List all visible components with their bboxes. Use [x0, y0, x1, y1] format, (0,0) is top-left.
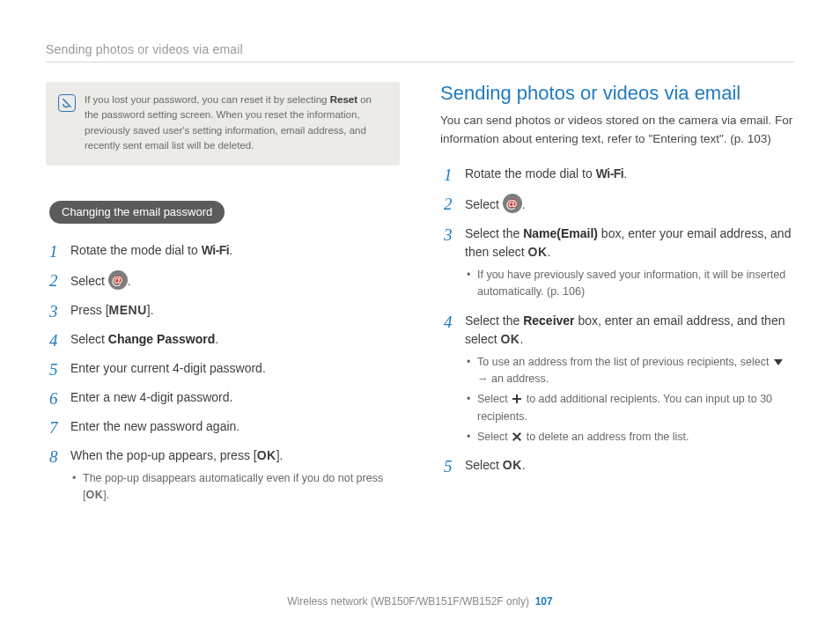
- step-bold: Change Password: [108, 332, 215, 346]
- step-text: Press [: [70, 303, 109, 317]
- section-title: Sending photos or videos via email: [440, 82, 794, 105]
- note-text: If you lost your password, you can reset…: [85, 92, 387, 153]
- step-text: .: [229, 243, 232, 257]
- x-icon: [511, 431, 523, 443]
- note-part: If you lost your password, you can reset…: [85, 94, 330, 105]
- step-3-sub: If you have previously saved your inform…: [465, 267, 794, 301]
- step-text: Select: [465, 197, 503, 211]
- step-text: Select the: [465, 226, 523, 240]
- step-text: Select: [70, 332, 108, 346]
- info-note: If you lost your password, you can reset…: [46, 82, 400, 166]
- step-bold: Name(Email): [523, 226, 598, 240]
- sub-text: To use an address from the list of previ…: [477, 356, 772, 368]
- step-text: Select the: [465, 313, 523, 328]
- step-text: Select: [70, 274, 108, 288]
- page-number: 107: [535, 595, 553, 608]
- sub-text: ].: [103, 489, 109, 501]
- step-text: ].: [147, 303, 154, 317]
- step-text: Rotate the mode dial to: [70, 243, 202, 257]
- step-text: .: [548, 245, 551, 259]
- step-text: .: [215, 332, 218, 346]
- content-columns: If you lost your password, you can reset…: [46, 82, 794, 515]
- sub-text: → an address.: [477, 372, 549, 385]
- step-4: Select the Receiver box, enter an email …: [440, 312, 794, 446]
- plus-icon: [511, 393, 523, 405]
- sub-text: to delete an address from the list.: [523, 431, 689, 443]
- wifi-icon: Wi-Fi: [202, 243, 230, 257]
- page-header: Sending photos or videos via email: [46, 42, 794, 63]
- footer-text: Wireless network (WB150F/WB151F/WB152F o…: [287, 595, 529, 608]
- step-4-sub: To use an address from the list of previ…: [465, 354, 794, 446]
- step-text: .: [519, 332, 523, 346]
- right-column: Sending photos or videos via email You c…: [440, 82, 794, 515]
- step-5: Enter your current 4-digit password.: [46, 359, 400, 378]
- ok-icon: OK: [528, 245, 548, 259]
- step-text: .: [522, 197, 526, 211]
- step-text: When the pop-up appears, press [: [70, 448, 257, 462]
- step-5: Select OK.: [440, 456, 794, 475]
- left-steps: Rotate the mode dial to Wi-Fi. Select . …: [46, 241, 400, 505]
- sub-item: To use an address from the list of previ…: [465, 354, 794, 388]
- step-8: When the pop-up appears, press [OK]. The…: [46, 446, 400, 505]
- sub-text: Select: [477, 393, 511, 405]
- sub-item: If you have previously saved your inform…: [465, 267, 794, 301]
- step-text: .: [128, 274, 131, 288]
- ok-icon: OK: [257, 448, 276, 462]
- step-text: .: [623, 166, 627, 181]
- sub-item: Select to delete an address from the lis…: [465, 429, 794, 446]
- wifi-icon: Wi-Fi: [596, 166, 624, 181]
- sub-text: Select: [477, 431, 511, 443]
- sub-item: Select to add additional recipients. You…: [465, 391, 794, 425]
- step-7: Enter the new password again.: [46, 417, 400, 436]
- email-icon: [108, 270, 128, 290]
- step-6: Enter a new 4-digit password.: [46, 388, 400, 407]
- step-1: Rotate the mode dial to Wi-Fi.: [440, 165, 794, 183]
- note-icon: [58, 94, 76, 112]
- ok-icon: OK: [500, 332, 519, 346]
- section-pill: Changing the email password: [49, 201, 225, 224]
- menu-label: MENU: [109, 303, 147, 317]
- step-2: Select .: [440, 194, 794, 214]
- down-triangle-icon: [772, 356, 785, 368]
- step-1: Rotate the mode dial to Wi-Fi.: [46, 241, 400, 260]
- step-3: Press [MENU].: [46, 301, 400, 320]
- step-bold: Receiver: [523, 313, 574, 328]
- step-8-sub: The pop-up disappears automatically even…: [70, 470, 400, 505]
- ok-icon: OK: [85, 489, 103, 501]
- ok-icon: OK: [503, 458, 522, 472]
- left-column: If you lost your password, you can reset…: [46, 82, 400, 515]
- step-2: Select .: [46, 270, 400, 291]
- section-intro: You can send photos or videos stored on …: [440, 112, 794, 149]
- page-footer: Wireless network (WB150F/WB151F/WB152F o…: [0, 595, 840, 608]
- step-text: ].: [276, 448, 284, 462]
- step-text: Rotate the mode dial to: [465, 166, 596, 181]
- sub-text: The pop-up disappears automatically even…: [83, 472, 383, 501]
- note-bold: Reset: [330, 94, 357, 105]
- sub-item: The pop-up disappears automatically even…: [70, 470, 400, 505]
- step-text: Select: [465, 458, 503, 472]
- step-4: Select Change Password.: [46, 330, 400, 349]
- right-steps: Rotate the mode dial to Wi-Fi. Select . …: [440, 165, 794, 476]
- email-icon: [503, 194, 522, 213]
- step-text: .: [522, 458, 526, 472]
- step-3: Select the Name(Email) box, enter your e…: [440, 225, 794, 301]
